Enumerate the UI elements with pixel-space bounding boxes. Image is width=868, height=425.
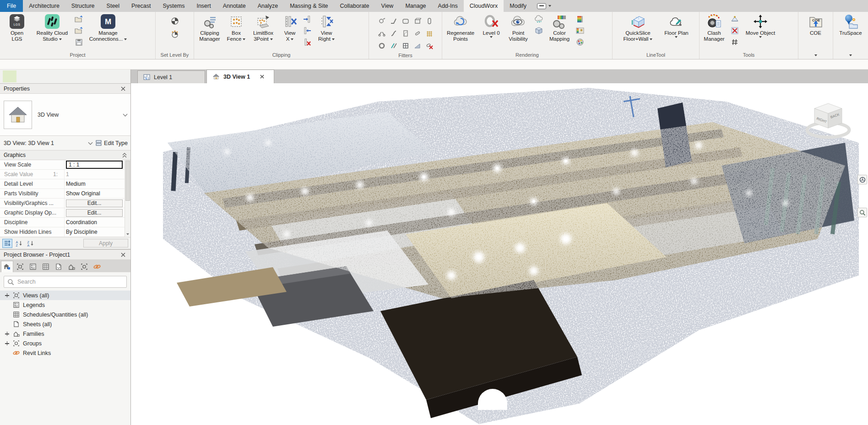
quickslice-button[interactable]: QuickSlice Floor+Wall	[619, 13, 657, 42]
box-fence-button[interactable]: Box Fence	[225, 13, 247, 42]
regenerate-points-button[interactable]: RegeneratePoints	[444, 13, 477, 42]
reality-cloud-studio-button[interactable]: Reality Cloud Studio	[33, 13, 71, 42]
view-right-button[interactable]: View Right	[314, 13, 339, 42]
fitter-sleeve-button[interactable]	[413, 29, 422, 38]
type-dropdown-icon[interactable]	[123, 112, 128, 116]
tab-structure[interactable]: Structure	[65, 0, 101, 12]
scene-view-button[interactable]	[730, 15, 739, 24]
instance-dropdown-icon[interactable]	[88, 140, 93, 145]
tab-architecture[interactable]: Architecture	[23, 0, 65, 12]
tab-file[interactable]: File	[0, 0, 23, 12]
slice-back-button[interactable]	[303, 26, 312, 35]
close-project-browser-button[interactable]	[119, 251, 127, 258]
zoom-tool-button[interactable]	[857, 208, 867, 217]
tab-systems[interactable]: Systems	[157, 0, 190, 12]
browser-tab-home[interactable]	[1, 261, 13, 272]
view-scale-input[interactable]: 1 : 1	[66, 161, 123, 169]
tree-item-views-all[interactable]: Views (all)	[0, 291, 130, 300]
tree-item-revit-links[interactable]: Revit Links	[0, 348, 130, 358]
scrollbar-thumb[interactable]	[125, 161, 130, 201]
browser-tab-families[interactable]	[65, 261, 77, 272]
tab-add-ins[interactable]: Add-Ins	[432, 0, 464, 12]
tab-view[interactable]: View	[375, 0, 400, 12]
fitter-grid-button[interactable]	[425, 29, 434, 38]
color-image-button[interactable]	[575, 26, 585, 35]
move-object-button[interactable]: Move Object	[742, 13, 779, 38]
close-view-button[interactable]	[260, 75, 264, 79]
fitter-cylinder-button[interactable]	[425, 16, 434, 26]
edit-type-button[interactable]: Edit Type	[96, 140, 128, 146]
tab-insert[interactable]: Insert	[190, 0, 217, 12]
browser-tab-views[interactable]	[14, 261, 26, 272]
expand-icon[interactable]	[4, 332, 10, 336]
remove-markers-button[interactable]	[730, 26, 739, 35]
limitbox-3point-button[interactable]: LimitBox 3Point	[249, 13, 278, 42]
tab-collaborate[interactable]: Collaborate	[334, 0, 375, 12]
close-properties-button[interactable]	[119, 85, 127, 92]
floor-plan-button[interactable]: Floor Plan	[661, 13, 693, 38]
browser-tab-sheets[interactable]	[52, 261, 65, 272]
slice-remove-button[interactable]	[303, 38, 312, 47]
apply-button[interactable]: Apply	[83, 239, 128, 247]
point-visibility-button[interactable]: PointVisibility	[505, 13, 532, 42]
view-x-button[interactable]: View X	[279, 13, 300, 42]
browser-tab-groups[interactable]	[78, 261, 90, 272]
open-connection-alt-button[interactable]	[74, 26, 83, 35]
grid-snap-button[interactable]	[730, 38, 739, 47]
sort-ascending-button[interactable]: AZ	[14, 239, 24, 248]
truspace-button[interactable]: TruSpace	[835, 13, 866, 36]
tab-massing-site[interactable]: Massing & Site	[284, 0, 334, 12]
clipping-manager-button[interactable]: ClippingManager	[195, 13, 224, 42]
tree-item-groups[interactable]: Groups	[0, 339, 130, 348]
search-box[interactable]	[4, 276, 127, 288]
view-tab-3dview1[interactable]: 3D View 1	[206, 70, 274, 83]
clash-manager-button[interactable]: ClashManager	[701, 13, 727, 42]
point-box-button[interactable]	[534, 26, 543, 35]
browser-tab-links[interactable]	[91, 261, 103, 272]
level-0-button[interactable]: Level 0	[479, 13, 503, 38]
open-lgs-button[interactable]: LGS OpenLGS	[3, 13, 31, 42]
manage-connections-button[interactable]: M Manage Connections...	[86, 13, 130, 42]
tab-annotate[interactable]: Annotate	[217, 0, 252, 12]
tree-item-schedules[interactable]: Schedules/Quantities (all)	[0, 310, 130, 319]
navigation-wheel-button[interactable]	[857, 175, 867, 184]
expand-icon[interactable]	[4, 293, 10, 297]
graphics-section-header[interactable]: Graphics	[0, 151, 130, 160]
graphic-display-edit-button[interactable]: Edit...	[66, 209, 123, 217]
fitter-door-button[interactable]	[401, 29, 410, 38]
visibility-graphics-edit-button[interactable]: Edit...	[66, 199, 123, 207]
fitter-parallel-button[interactable]	[389, 41, 398, 50]
tree-item-families[interactable]: Families	[0, 329, 130, 339]
fitter-flange-button[interactable]	[377, 41, 386, 50]
group-expand-coe[interactable]	[798, 51, 833, 59]
properties-scrollbar[interactable]	[125, 160, 130, 237]
tab-manage[interactable]: Manage	[399, 0, 432, 12]
tab-modify[interactable]: Modify	[504, 0, 532, 12]
type-selector[interactable]: 3D View	[0, 94, 130, 136]
viewcube[interactable]: RIGHT BACK	[801, 100, 857, 143]
browser-tab-legends[interactable]	[27, 261, 39, 272]
sort-descending-button[interactable]: ZA	[25, 239, 35, 248]
fitter-ramp-button[interactable]	[413, 41, 422, 50]
expand-icon[interactable]	[4, 341, 10, 345]
show-hidden-lines-field[interactable]: By Discipline	[64, 227, 124, 237]
color-scale-button[interactable]	[575, 15, 585, 24]
fitter-box-button[interactable]	[413, 16, 422, 26]
slice-forward-button[interactable]	[303, 15, 312, 24]
set-level-point-button[interactable]	[170, 30, 179, 39]
save-connection-button[interactable]	[74, 38, 83, 47]
group-expand-truspace[interactable]	[833, 51, 868, 59]
set-level-target-button[interactable]	[170, 16, 179, 26]
sort-default-button[interactable]	[2, 239, 12, 248]
tree-item-legends[interactable]: Legends	[0, 300, 130, 310]
tab-cloudworx[interactable]: CloudWorx	[464, 0, 504, 12]
fitter-window-button[interactable]	[401, 41, 410, 50]
tab-analyze[interactable]: Analyze	[252, 0, 284, 12]
tab-steel[interactable]: Steel	[101, 0, 126, 12]
open-connection-button[interactable]	[74, 15, 83, 24]
detail-level-field[interactable]: Medium	[64, 179, 124, 188]
cloud-scan-button[interactable]	[534, 15, 543, 24]
fitter-pipe-button[interactable]	[377, 16, 386, 26]
fitter-sbend-button[interactable]	[389, 29, 398, 38]
color-mapping-button[interactable]: ColorMapping	[546, 13, 573, 42]
